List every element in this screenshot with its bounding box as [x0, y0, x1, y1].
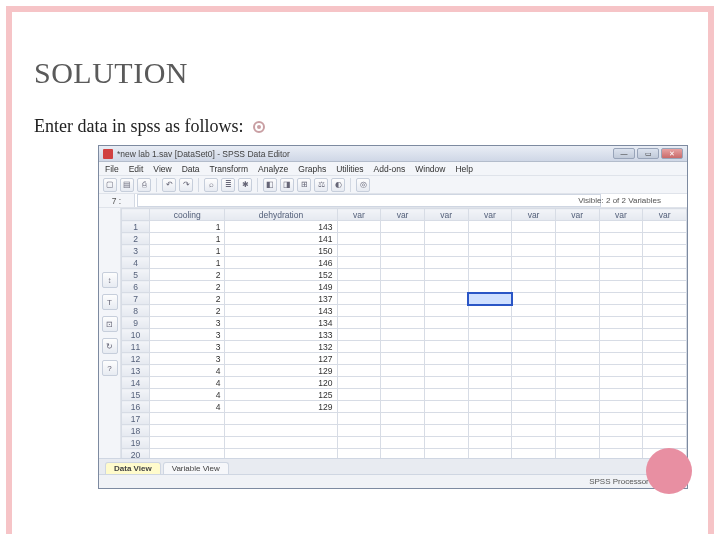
table-row[interactable]: 20 — [122, 449, 687, 459]
data-cell[interactable] — [512, 293, 556, 305]
data-cell[interactable] — [643, 329, 687, 341]
column-header[interactable]: var — [468, 209, 512, 221]
table-row[interactable]: 18 — [122, 425, 687, 437]
data-cell[interactable] — [225, 437, 337, 449]
data-cell[interactable] — [381, 221, 425, 233]
data-cell[interactable] — [643, 425, 687, 437]
data-cell[interactable] — [337, 293, 381, 305]
menu-window[interactable]: Window — [415, 164, 445, 174]
data-cell[interactable] — [643, 401, 687, 413]
row-number[interactable]: 15 — [122, 389, 150, 401]
data-cell[interactable] — [468, 293, 512, 305]
data-cell[interactable] — [599, 233, 643, 245]
data-cell[interactable] — [512, 233, 556, 245]
row-number[interactable]: 6 — [122, 281, 150, 293]
data-cell[interactable] — [150, 437, 225, 449]
data-cell[interactable] — [643, 365, 687, 377]
row-number[interactable]: 5 — [122, 269, 150, 281]
data-cell[interactable] — [337, 377, 381, 389]
data-cell[interactable] — [225, 425, 337, 437]
data-cell[interactable] — [424, 269, 468, 281]
data-cell[interactable] — [599, 437, 643, 449]
data-cell[interactable] — [381, 353, 425, 365]
data-cell[interactable] — [512, 257, 556, 269]
data-cell[interactable]: 4 — [150, 377, 225, 389]
data-cell[interactable]: 2 — [150, 281, 225, 293]
data-cell[interactable] — [468, 449, 512, 459]
data-cell[interactable] — [555, 449, 599, 459]
data-cell[interactable] — [468, 281, 512, 293]
data-cell[interactable] — [643, 305, 687, 317]
data-cell[interactable] — [555, 281, 599, 293]
data-cell[interactable]: 2 — [150, 293, 225, 305]
data-cell[interactable]: 141 — [225, 233, 337, 245]
data-cell[interactable] — [337, 269, 381, 281]
data-cell[interactable] — [468, 389, 512, 401]
data-cell[interactable] — [512, 401, 556, 413]
data-cell[interactable] — [337, 257, 381, 269]
data-cell[interactable] — [424, 449, 468, 459]
data-cell[interactable] — [468, 401, 512, 413]
data-cell[interactable] — [381, 245, 425, 257]
data-cell[interactable] — [599, 401, 643, 413]
data-cell[interactable] — [599, 245, 643, 257]
data-cell[interactable]: 1 — [150, 257, 225, 269]
row-number[interactable]: 17 — [122, 413, 150, 425]
data-cell[interactable] — [512, 413, 556, 425]
column-header[interactable]: var — [555, 209, 599, 221]
data-cell[interactable] — [643, 437, 687, 449]
table-row[interactable]: 164129 — [122, 401, 687, 413]
table-row[interactable]: 103133 — [122, 329, 687, 341]
data-cell[interactable] — [381, 377, 425, 389]
data-cell[interactable] — [381, 341, 425, 353]
data-cell[interactable] — [599, 257, 643, 269]
row-number[interactable]: 3 — [122, 245, 150, 257]
data-cell[interactable] — [381, 425, 425, 437]
insert-case-icon[interactable]: ◧ — [263, 178, 277, 192]
data-cell[interactable] — [599, 353, 643, 365]
data-sheet[interactable]: coolingdehydrationvarvarvarvarvarvarvarv… — [121, 208, 687, 458]
data-cell[interactable] — [381, 233, 425, 245]
data-cell[interactable] — [424, 353, 468, 365]
data-cell[interactable] — [555, 425, 599, 437]
data-cell[interactable] — [337, 221, 381, 233]
data-cell[interactable] — [512, 449, 556, 459]
row-number[interactable]: 13 — [122, 365, 150, 377]
data-cell[interactable]: 143 — [225, 305, 337, 317]
data-cell[interactable] — [381, 293, 425, 305]
data-cell[interactable]: 3 — [150, 353, 225, 365]
data-cell[interactable] — [512, 437, 556, 449]
data-cell[interactable]: 1 — [150, 221, 225, 233]
data-cell[interactable] — [643, 269, 687, 281]
minimize-button[interactable]: — — [613, 148, 635, 159]
data-cell[interactable] — [381, 389, 425, 401]
menu-utilities[interactable]: Utilities — [336, 164, 363, 174]
data-cell[interactable] — [599, 221, 643, 233]
data-cell[interactable] — [381, 449, 425, 459]
data-cell[interactable] — [555, 401, 599, 413]
menu-file[interactable]: File — [105, 164, 119, 174]
data-cell[interactable]: 127 — [225, 353, 337, 365]
data-cell[interactable] — [599, 317, 643, 329]
data-cell[interactable] — [381, 329, 425, 341]
data-cell[interactable] — [381, 305, 425, 317]
data-cell[interactable] — [512, 317, 556, 329]
vars-icon[interactable]: ≣ — [221, 178, 235, 192]
data-cell[interactable] — [555, 257, 599, 269]
data-cell[interactable]: 143 — [225, 221, 337, 233]
data-cell[interactable] — [555, 377, 599, 389]
data-cell[interactable] — [512, 353, 556, 365]
data-cell[interactable]: 2 — [150, 269, 225, 281]
data-cell[interactable] — [381, 257, 425, 269]
data-cell[interactable] — [555, 293, 599, 305]
data-cell[interactable] — [512, 341, 556, 353]
side-tool-icon[interactable]: ? — [102, 360, 118, 376]
data-cell[interactable] — [424, 317, 468, 329]
value-labels-icon[interactable]: ◎ — [356, 178, 370, 192]
data-cell[interactable] — [337, 233, 381, 245]
data-cell[interactable]: 1 — [150, 245, 225, 257]
split-file-icon[interactable]: ⊞ — [297, 178, 311, 192]
data-cell[interactable] — [512, 305, 556, 317]
data-cell[interactable] — [599, 329, 643, 341]
data-cell[interactable] — [337, 341, 381, 353]
